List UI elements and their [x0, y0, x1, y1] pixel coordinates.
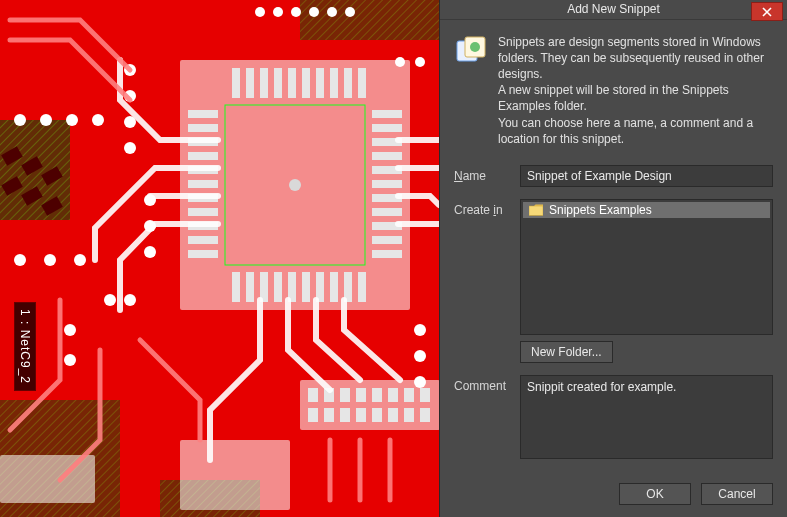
svg-rect-19 — [188, 236, 218, 244]
svg-rect-32 — [232, 68, 240, 98]
snippet-icon — [454, 34, 488, 68]
svg-rect-89 — [388, 388, 398, 402]
svg-point-75 — [255, 7, 265, 17]
svg-rect-13 — [188, 152, 218, 160]
svg-rect-49 — [330, 272, 338, 302]
svg-rect-99 — [420, 408, 430, 422]
svg-rect-90 — [404, 388, 414, 402]
svg-rect-10 — [188, 110, 218, 118]
name-label: Name — [454, 165, 510, 183]
svg-rect-11 — [188, 124, 218, 132]
svg-rect-91 — [420, 388, 430, 402]
svg-point-77 — [291, 7, 301, 17]
svg-rect-26 — [372, 180, 402, 188]
dialog-title: Add New Snippet — [567, 2, 660, 16]
svg-rect-98 — [404, 408, 414, 422]
folder-tree[interactable]: Snippets Examples — [520, 199, 773, 335]
close-icon — [762, 7, 772, 17]
svg-rect-40 — [344, 68, 352, 98]
svg-rect-84 — [308, 388, 318, 402]
svg-rect-33 — [246, 68, 254, 98]
svg-rect-36 — [288, 68, 296, 98]
svg-point-108 — [470, 42, 480, 52]
svg-point-64 — [124, 142, 136, 154]
cancel-button[interactable]: Cancel — [701, 483, 773, 505]
intro-text: Snippets are design segments stored in W… — [498, 34, 773, 147]
svg-rect-38 — [316, 68, 324, 98]
svg-point-78 — [309, 7, 319, 17]
intro-line-1: Snippets are design segments stored in W… — [498, 34, 773, 83]
svg-point-67 — [144, 246, 156, 258]
svg-rect-6 — [300, 0, 439, 40]
close-button[interactable] — [751, 2, 783, 21]
svg-rect-15 — [188, 180, 218, 188]
svg-rect-94 — [340, 408, 350, 422]
svg-rect-39 — [330, 68, 338, 98]
svg-rect-96 — [372, 408, 382, 422]
svg-point-69 — [104, 294, 116, 306]
svg-rect-43 — [246, 272, 254, 302]
svg-point-79 — [327, 7, 337, 17]
pcb-canvas: 1 : NetC9_2 — [0, 0, 439, 517]
svg-rect-82 — [180, 440, 290, 510]
tree-item-snippets-examples[interactable]: Snippets Examples — [523, 202, 770, 218]
svg-rect-95 — [356, 408, 366, 422]
svg-rect-47 — [302, 272, 310, 302]
name-input[interactable] — [520, 165, 773, 187]
svg-rect-92 — [308, 408, 318, 422]
svg-rect-109 — [529, 206, 543, 216]
svg-rect-35 — [274, 68, 282, 98]
svg-rect-87 — [356, 388, 366, 402]
svg-rect-20 — [188, 250, 218, 258]
dialog-titlebar: Add New Snippet — [440, 0, 787, 20]
intro-line-2: A new snippet will be stored in the Snip… — [498, 82, 773, 114]
svg-point-71 — [414, 350, 426, 362]
svg-point-53 — [40, 114, 52, 126]
svg-point-60 — [64, 354, 76, 366]
svg-rect-93 — [324, 408, 334, 422]
svg-rect-81 — [300, 380, 439, 430]
svg-point-52 — [14, 114, 26, 126]
ok-button[interactable]: OK — [619, 483, 691, 505]
svg-point-56 — [14, 254, 26, 266]
svg-rect-37 — [302, 68, 310, 98]
svg-rect-22 — [372, 124, 402, 132]
svg-rect-24 — [372, 152, 402, 160]
new-folder-button[interactable]: New Folder... — [520, 341, 613, 363]
svg-point-54 — [66, 114, 78, 126]
svg-rect-45 — [274, 272, 282, 302]
svg-rect-34 — [260, 68, 268, 98]
svg-point-9 — [289, 179, 301, 191]
comment-label: Comment — [454, 375, 510, 393]
svg-point-57 — [44, 254, 56, 266]
svg-rect-97 — [388, 408, 398, 422]
svg-rect-21 — [372, 110, 402, 118]
folder-icon — [529, 204, 543, 216]
svg-point-76 — [273, 7, 283, 17]
svg-point-59 — [64, 324, 76, 336]
svg-point-73 — [395, 57, 405, 67]
svg-rect-42 — [232, 272, 240, 302]
tree-item-label: Snippets Examples — [549, 203, 652, 217]
svg-point-70 — [414, 324, 426, 336]
svg-point-68 — [124, 294, 136, 306]
svg-rect-17 — [188, 208, 218, 216]
svg-rect-88 — [372, 388, 382, 402]
add-new-snippet-dialog: Add New Snippet Snippets are design segm… — [439, 0, 787, 517]
svg-point-74 — [415, 57, 425, 67]
intro-line-3: You can choose here a name, a comment an… — [498, 115, 773, 147]
svg-rect-41 — [358, 68, 366, 98]
svg-rect-30 — [372, 236, 402, 244]
comment-textarea[interactable] — [520, 375, 773, 459]
svg-point-55 — [92, 114, 104, 126]
svg-point-80 — [345, 7, 355, 17]
pcb-svg — [0, 0, 439, 517]
svg-point-58 — [74, 254, 86, 266]
svg-rect-31 — [372, 250, 402, 258]
net-label: 1 : NetC9_2 — [14, 302, 36, 391]
svg-rect-28 — [372, 208, 402, 216]
svg-rect-51 — [358, 272, 366, 302]
svg-rect-86 — [340, 388, 350, 402]
create-in-label: Create in — [454, 199, 510, 217]
